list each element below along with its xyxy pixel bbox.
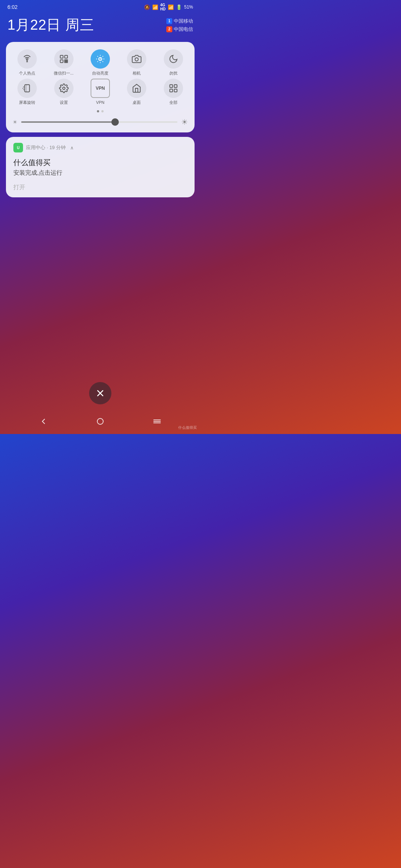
nav-bar bbox=[0, 409, 200, 434]
svg-rect-5 bbox=[65, 60, 66, 61]
4g-icon: 4GHD bbox=[160, 3, 166, 11]
vpn-icon: VPN bbox=[91, 79, 110, 98]
carrier-info: 1 中国移动 2 中国电信 bbox=[166, 18, 193, 33]
tile-settings[interactable]: 设置 bbox=[46, 79, 81, 105]
tile-auto-brightness-label: 自动亮度 bbox=[92, 71, 108, 76]
svg-line-17 bbox=[102, 56, 103, 57]
dnd-icon bbox=[164, 49, 183, 69]
svg-rect-23 bbox=[170, 85, 173, 88]
tile-dnd-label: 勿扰 bbox=[169, 71, 177, 76]
svg-point-19 bbox=[135, 58, 138, 61]
dot-2 bbox=[101, 110, 104, 112]
dot-1 bbox=[97, 110, 99, 112]
wifi-icon: 📶 bbox=[152, 4, 158, 10]
camera-icon bbox=[127, 49, 146, 69]
tile-settings-label: 设置 bbox=[60, 100, 68, 105]
svg-rect-20 bbox=[25, 85, 30, 92]
notif-expand-button[interactable]: ∧ bbox=[70, 145, 74, 151]
tile-dnd[interactable]: 勿扰 bbox=[156, 49, 191, 76]
carrier1-item: 1 中国移动 bbox=[166, 18, 193, 24]
tile-screen-rotate-label: 屏幕旋转 bbox=[19, 100, 35, 105]
notif-title: 什么值得买 bbox=[13, 158, 187, 168]
quick-settings-panel: 个人热点 微信扫一... bbox=[6, 42, 195, 132]
status-bar: 6:02 🔕 📶 4GHD 📶 🔋 51% bbox=[0, 0, 200, 13]
tile-vpn-label: VPN bbox=[96, 100, 105, 105]
brightness-max-icon: ☀ bbox=[181, 118, 188, 126]
mute-icon: 🔕 bbox=[144, 4, 150, 10]
menu-button[interactable] bbox=[150, 414, 164, 429]
tile-hotspot[interactable]: 个人热点 bbox=[10, 49, 45, 76]
svg-point-22 bbox=[62, 87, 65, 90]
dismiss-button[interactable] bbox=[89, 382, 111, 404]
svg-text:U: U bbox=[17, 146, 19, 150]
battery-level: 51% bbox=[184, 4, 193, 10]
svg-line-14 bbox=[97, 56, 98, 57]
svg-rect-24 bbox=[174, 85, 177, 88]
notif-app-icon: U bbox=[13, 143, 23, 152]
watermark: 什么值得买 bbox=[178, 425, 197, 430]
brightness-track[interactable] bbox=[21, 121, 177, 123]
notif-action-button[interactable]: 打开 bbox=[13, 184, 187, 191]
svg-text:A: A bbox=[100, 57, 101, 60]
home-button[interactable] bbox=[93, 414, 108, 429]
desktop-icon bbox=[127, 79, 146, 98]
tile-camera-label: 相机 bbox=[133, 71, 141, 76]
battery-icon: 🔋 bbox=[176, 4, 182, 10]
svg-rect-2 bbox=[60, 55, 63, 58]
tile-desktop-label: 桌面 bbox=[133, 100, 141, 105]
back-button[interactable] bbox=[36, 414, 51, 429]
carrier2-item: 2 中国电信 bbox=[166, 26, 193, 33]
auto-brightness-icon: A bbox=[91, 49, 110, 69]
brightness-min-icon: ☀ bbox=[13, 119, 17, 125]
all-icon bbox=[164, 79, 183, 98]
notif-header: U 应用中心 · 19 分钟 ∧ bbox=[13, 143, 187, 152]
svg-rect-6 bbox=[66, 62, 67, 63]
svg-line-16 bbox=[97, 61, 98, 62]
screen-rotate-icon bbox=[17, 79, 37, 98]
carrier2-name: 中国电信 bbox=[174, 26, 193, 33]
tile-desktop[interactable]: 桌面 bbox=[119, 79, 154, 105]
svg-point-31 bbox=[97, 418, 103, 424]
tile-wechat-scan[interactable]: 微信扫一... bbox=[46, 49, 81, 76]
svg-rect-4 bbox=[60, 60, 63, 63]
tile-auto-brightness[interactable]: A 自动亮度 bbox=[83, 49, 118, 76]
brightness-row[interactable]: ☀ ☀ bbox=[10, 118, 191, 126]
carrier1-badge: 1 bbox=[166, 18, 172, 24]
date-text: 1月22日 周三 bbox=[7, 16, 94, 34]
carrier2-badge: 2 bbox=[166, 26, 172, 32]
page-dots bbox=[10, 110, 191, 112]
carrier1-name: 中国移动 bbox=[174, 18, 193, 24]
notif-app-name: 应用中心 · 19 分钟 bbox=[26, 144, 66, 151]
svg-rect-26 bbox=[174, 89, 177, 92]
hotspot-icon bbox=[17, 49, 37, 69]
tile-vpn[interactable]: VPN VPN bbox=[83, 79, 118, 105]
date-carrier-row: 1月22日 周三 1 中国移动 2 中国电信 bbox=[0, 13, 200, 42]
tile-wechat-label: 微信扫一... bbox=[54, 71, 74, 76]
signal1-icon: 📶 bbox=[168, 4, 174, 10]
svg-rect-8 bbox=[66, 60, 67, 61]
svg-rect-25 bbox=[170, 89, 173, 92]
status-time: 6:02 bbox=[7, 4, 17, 10]
tile-camera[interactable]: 相机 bbox=[119, 49, 154, 76]
svg-rect-3 bbox=[65, 55, 68, 58]
quick-tiles-grid: 个人热点 微信扫一... bbox=[10, 49, 191, 105]
settings-icon bbox=[54, 79, 74, 98]
tile-all-label: 全部 bbox=[169, 100, 177, 105]
status-bar-right: 🔕 📶 4GHD 📶 🔋 51% bbox=[144, 3, 193, 11]
svg-line-15 bbox=[102, 61, 103, 62]
tile-all[interactable]: 全部 bbox=[156, 79, 191, 105]
brightness-fill bbox=[21, 121, 115, 123]
tile-hotspot-label: 个人热点 bbox=[19, 71, 35, 76]
wechat-scan-icon bbox=[54, 49, 74, 69]
notification-card[interactable]: U 应用中心 · 19 分钟 ∧ 什么值得买 安装完成,点击运行 打开 bbox=[6, 137, 195, 197]
tile-screen-rotate[interactable]: 屏幕旋转 bbox=[10, 79, 45, 105]
notif-subtitle: 安装完成,点击运行 bbox=[13, 169, 187, 177]
brightness-thumb[interactable] bbox=[111, 118, 119, 126]
svg-rect-7 bbox=[65, 62, 66, 63]
